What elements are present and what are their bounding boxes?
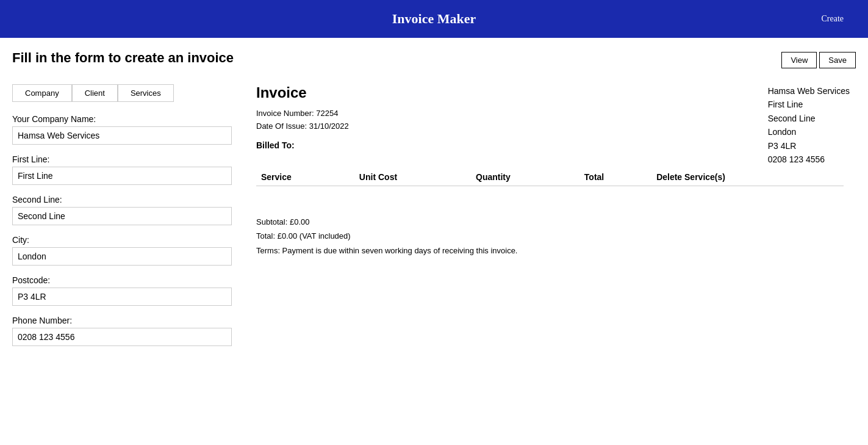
col-unit-cost: Unit Cost xyxy=(354,168,471,186)
save-button[interactable]: Save xyxy=(819,52,856,68)
second-line-label: Second Line: xyxy=(12,195,232,204)
tab-buttons: Company Client Services xyxy=(12,84,232,102)
company-display-line6: 0208 123 4556 xyxy=(768,153,850,166)
company-name-input[interactable] xyxy=(12,126,232,145)
tab-services[interactable]: Services xyxy=(118,84,174,102)
postcode-group: Postcode: xyxy=(12,275,232,306)
col-delete: Delete Service(s) xyxy=(651,168,844,186)
terms: Terms: Payment is due within seven worki… xyxy=(256,244,844,258)
app-title: Invoice Maker xyxy=(392,11,476,27)
first-line-group: First Line: xyxy=(12,154,232,185)
create-nav-link[interactable]: Create xyxy=(821,14,844,24)
action-buttons: View Save xyxy=(781,52,856,68)
postcode-input[interactable] xyxy=(12,288,232,306)
table-row xyxy=(256,186,844,203)
second-line-group: Second Line: xyxy=(12,195,232,225)
company-name-group: Your Company Name: xyxy=(12,114,232,145)
company-display-line5: P3 4LR xyxy=(768,139,850,153)
subtotal: Subtotal: £0.00 xyxy=(256,215,844,229)
tab-client[interactable]: Client xyxy=(72,84,118,102)
city-group: City: xyxy=(12,235,232,266)
col-quantity: Quantity xyxy=(471,168,579,186)
company-name-label: Your Company Name: xyxy=(12,114,232,124)
phone-group: Phone Number: xyxy=(12,316,232,346)
company-display-line3: Second Line xyxy=(768,112,850,125)
app-header: Invoice Maker Create xyxy=(0,0,868,38)
invoice-date: Date Of Issue: 31/10/2022 xyxy=(256,121,844,131)
total: Total: £0.00 (VAT included) xyxy=(256,229,844,243)
phone-label: Phone Number: xyxy=(12,316,232,325)
postcode-label: Postcode: xyxy=(12,275,232,285)
company-display-line4: London xyxy=(768,125,850,139)
view-button[interactable]: View xyxy=(781,52,817,68)
invoice-summary: Subtotal: £0.00 Total: £0.00 (VAT includ… xyxy=(256,215,844,258)
invoice-table: Service Unit Cost Quantity Total Delete … xyxy=(256,168,844,203)
company-display-line1: Hamsa Web Services xyxy=(768,84,850,98)
second-line-input[interactable] xyxy=(12,207,232,225)
col-total: Total xyxy=(579,168,651,186)
company-info-display: Hamsa Web Services First Line Second Lin… xyxy=(768,84,850,166)
city-input[interactable] xyxy=(12,247,232,266)
first-line-label: First Line: xyxy=(12,154,232,164)
phone-input[interactable] xyxy=(12,328,232,346)
city-label: City: xyxy=(12,235,232,245)
left-panel: Company Client Services Your Company Nam… xyxy=(12,84,244,356)
invoice-panel: Hamsa Web Services First Line Second Lin… xyxy=(244,84,856,258)
page-title: Fill in the form to create an invoice xyxy=(12,50,234,66)
col-service: Service xyxy=(256,168,354,186)
tab-company[interactable]: Company xyxy=(12,84,72,102)
first-line-input[interactable] xyxy=(12,167,232,185)
invoice-title: Invoice xyxy=(256,84,844,101)
billed-to: Billed To: xyxy=(256,140,844,150)
company-display-line2: First Line xyxy=(768,98,850,111)
invoice-number: Invoice Number: 72254 xyxy=(256,109,844,118)
